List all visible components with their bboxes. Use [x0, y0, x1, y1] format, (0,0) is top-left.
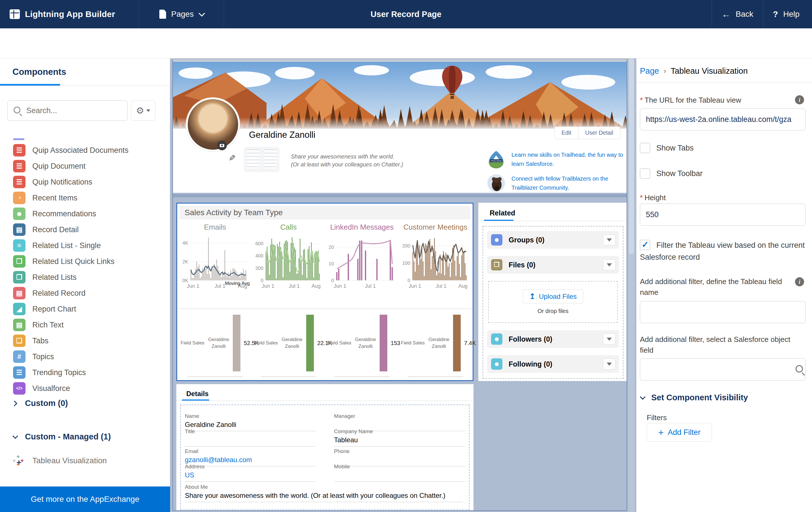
gear-icon: ⚙ — [136, 105, 144, 116]
info-icon[interactable]: i — [795, 277, 804, 286]
svg-text:Jul 1: Jul 1 — [365, 283, 376, 289]
sidebar-item-label: Related List Quick Links — [32, 257, 115, 266]
tab-details[interactable]: Details — [186, 390, 209, 398]
field-value — [334, 471, 465, 480]
show-tabs-checkbox[interactable] — [640, 143, 650, 153]
search-input[interactable] — [7, 101, 127, 121]
sidebar-item-quip-document[interactable]: ☰Quip Document — [0, 158, 170, 174]
sidebar-item-recommendations[interactable]: ☻Recommendations — [0, 206, 170, 222]
chart-calls: Calls6004002000Jun 1Jul 1Aug 1 — [252, 222, 325, 309]
back-button[interactable]: ← Back — [712, 0, 763, 28]
detail-field-title: Title — [185, 428, 315, 447]
section-dropdown-button[interactable] — [603, 259, 615, 270]
height-input[interactable] — [640, 204, 806, 226]
section-dropdown-button[interactable] — [603, 234, 615, 245]
svg-text:Aug 1: Aug 1 — [312, 283, 322, 289]
help-button[interactable]: ? Help — [763, 0, 812, 28]
sidebar-item-report-chart[interactable]: ◢Report Chart — [0, 301, 170, 317]
toolbar: ↶ ↷ ✂ ❐ ❏ Desktop Shrink To View ↻ Refre… — [0, 28, 812, 58]
detail-field-company-name: Company NameTableau — [334, 428, 465, 447]
appexchange-button[interactable]: Get more on the AppExchange — [0, 486, 170, 512]
show-toolbar-label: Show Toolbar — [656, 168, 809, 179]
filter-record-checkbox[interactable] — [640, 240, 650, 250]
sidebar-item-tableau-visualization[interactable]: +++++ Tableau Visualization — [12, 454, 107, 467]
field-value-link[interactable]: US — [185, 471, 315, 480]
sidebar-item-label: Rich Text — [32, 321, 64, 330]
tab-components[interactable]: Components — [12, 67, 66, 77]
community-link[interactable]: Connect with fellow Trailblazers on the … — [512, 174, 625, 192]
upload-files-label: Upload Files — [539, 292, 577, 301]
svg-text:4K: 4K — [182, 240, 188, 246]
breadcrumb-page-link[interactable]: Page — [640, 66, 659, 76]
sidebar-item-related-lists[interactable]: ❐Related Lists — [0, 269, 170, 285]
file-dropzone[interactable]: ↥Upload FilesOr drop files — [488, 281, 618, 323]
sidebar-item-quip-notifications[interactable]: ☰Quip Notifications — [0, 174, 170, 190]
object-field-search-input[interactable] — [640, 358, 806, 380]
field-label: Address — [185, 463, 315, 470]
edit-button[interactable]: Edit — [555, 127, 578, 139]
sidebar-item-topics[interactable]: #Topics — [0, 349, 170, 365]
sidebar-item-related-list-single[interactable]: ≡Related List - Single — [0, 237, 170, 253]
tableau-url-input[interactable] — [640, 108, 806, 131]
upload-files-button[interactable]: ↥Upload Files — [523, 289, 583, 303]
tableau-field-input[interactable] — [640, 301, 806, 323]
svg-text:Jul 1: Jul 1 — [436, 283, 446, 289]
related-lists-component[interactable]: Related ☻Groups (0)❐Files (0)↥Upload Fil… — [478, 203, 627, 381]
sidebar-item-recent-items[interactable]: ◔Recent Items — [0, 190, 170, 206]
tableau-visualization-component[interactable]: Sales Activity by Team Type Emails4K2K0K… — [176, 203, 473, 381]
related-section-following-0-[interactable]: ☻Following (0) — [487, 355, 619, 373]
section-dropdown-button[interactable] — [603, 334, 615, 344]
sidebar-item-trending-topics[interactable]: ☰Trending Topics — [0, 365, 170, 380]
sidebar-item-record-detail[interactable]: ▤Record Detail — [0, 222, 170, 237]
svg-text:0K: 0K — [182, 278, 188, 283]
total-bar — [380, 315, 387, 371]
quip-icon: ☰ — [13, 160, 26, 172]
sidebar-item-rich-text[interactable]: ▤Rich Text — [0, 317, 170, 333]
sidebar-item-label: Tabs — [32, 337, 49, 345]
section-dropdown-button[interactable] — [603, 359, 615, 369]
user-detail-button[interactable]: User Detail — [578, 127, 620, 139]
pages-menu[interactable]: Pages — [139, 0, 224, 28]
hashtag-icon: # — [13, 350, 26, 363]
dashboard-charts: Emails4K2K0KJun 1Jul 1Aug 1Moving AvgCal… — [178, 222, 472, 309]
divider — [0, 86, 170, 86]
chart-title: Emails — [178, 223, 252, 232]
back-arrow-icon: ← — [722, 9, 731, 20]
camera-icon[interactable] — [217, 141, 227, 150]
field-underline — [185, 481, 315, 482]
settings-dropdown-button[interactable]: ⚙ — [131, 101, 155, 121]
total-value: 7.4K — [464, 340, 476, 346]
related-section-label: Following (0) — [509, 360, 552, 368]
related-section-followers-0-[interactable]: ☻Followers (0) — [487, 330, 619, 348]
sidebar-item-quip-associated-documents[interactable]: ☰Quip Associated Documents — [0, 142, 170, 158]
visibility-section-toggle[interactable]: Set Component Visibility — [640, 393, 748, 402]
canvas-scrollbar[interactable] — [628, 58, 635, 512]
related-section-groups-0-[interactable]: ☻Groups (0) — [487, 231, 619, 249]
svg-text:400: 400 — [256, 253, 263, 259]
sidebar-item-related-list-quick-links[interactable]: ❐Related List Quick Links — [0, 253, 170, 269]
svg-text:Jul 1: Jul 1 — [214, 283, 225, 289]
scrollbar-thumb[interactable] — [629, 58, 634, 254]
field-value — [185, 436, 315, 445]
sidebar-item-visualforce[interactable]: </>Visualforce — [0, 380, 170, 396]
info-icon[interactable]: i — [795, 95, 804, 104]
section-custom-label: Custom (0) — [25, 399, 68, 408]
sidebar-item-tabs[interactable]: ❏Tabs — [0, 333, 170, 349]
trailhead-link[interactable]: Learn new skills on Trailhead, the fun w… — [512, 150, 625, 168]
chatter-placeholder-text: Share your awesomeness with the world. (… — [291, 152, 450, 168]
record-detail-component[interactable]: Details NameGeraldine ZanolliTitleEmailg… — [176, 384, 473, 511]
profile-header-component[interactable]: Geraldine Zanolli Edit User Detail ✎ Sha… — [173, 62, 627, 193]
svg-text:600: 600 — [256, 241, 263, 246]
tab-related[interactable]: Related — [490, 209, 515, 217]
add-filter-button[interactable]: + Add Filter — [647, 423, 712, 442]
field-label: About Me — [185, 484, 463, 490]
related-section-files-0-[interactable]: ❐Files (0) — [487, 256, 619, 274]
show-toolbar-checkbox[interactable] — [640, 168, 650, 179]
section-custom-managed[interactable]: Custom - Managed (1) — [12, 432, 111, 442]
document-icon: ≡ — [13, 239, 26, 252]
edit-pencil-icon[interactable]: ✎ — [229, 153, 236, 163]
axis-lines — [178, 376, 472, 377]
sidebar-item-related-record[interactable]: ▤Related Record — [0, 285, 170, 301]
avatar — [186, 97, 240, 151]
section-custom[interactable]: Custom (0) — [12, 399, 68, 408]
